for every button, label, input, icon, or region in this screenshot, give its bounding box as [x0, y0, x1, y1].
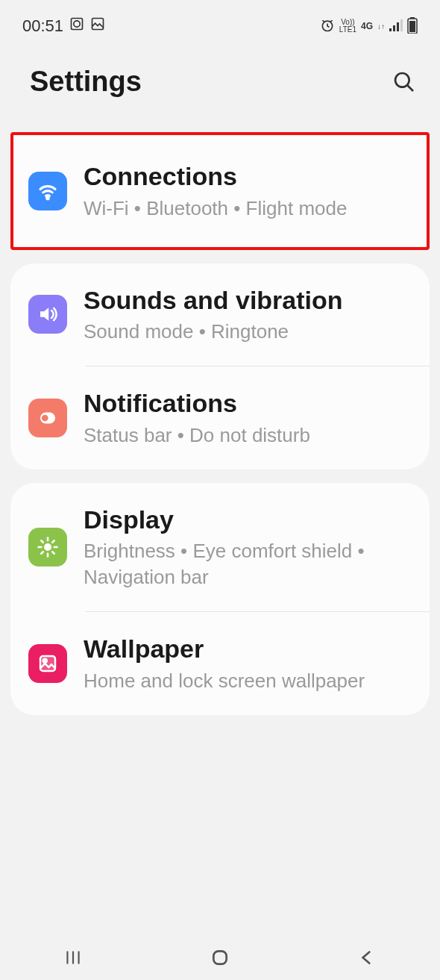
svg-line-24: [52, 540, 54, 543]
signal-icon: [389, 19, 403, 34]
svg-rect-4: [389, 28, 392, 31]
svg-rect-30: [213, 951, 226, 964]
network-type: 4G: [361, 21, 373, 31]
svg-point-26: [43, 659, 47, 663]
item-title: Sounds and vibration: [84, 284, 412, 316]
navigation-bar: [0, 935, 440, 980]
svg-rect-6: [397, 22, 399, 31]
battery-icon: [407, 17, 418, 36]
settings-item-display[interactable]: Display Brightness • Eye comfort shield …: [10, 483, 430, 612]
settings-item-notifications[interactable]: Notifications Status bar • Do not distur…: [10, 366, 430, 469]
svg-point-16: [44, 543, 51, 551]
item-subtitle: Home and lock screen wallpaper: [84, 668, 412, 694]
back-button[interactable]: [352, 943, 382, 973]
settings-group-connections: Connections Wi-Fi • Bluetooth • Flight m…: [10, 132, 430, 250]
svg-rect-10: [409, 21, 415, 32]
item-title: Notifications: [84, 387, 412, 419]
svg-point-15: [42, 415, 48, 422]
svg-point-11: [395, 73, 409, 87]
settings-list: Connections Wi-Fi • Bluetooth • Flight m…: [0, 132, 440, 773]
status-time: 00:51: [22, 16, 63, 36]
svg-rect-7: [400, 19, 403, 31]
item-text: Wallpaper Home and lock screen wallpaper: [84, 633, 412, 694]
volume-icon: [28, 295, 67, 334]
settings-group-display-wall: Display Brightness • Eye comfort shield …: [10, 483, 430, 715]
svg-line-12: [407, 85, 413, 91]
header: Settings: [0, 43, 440, 120]
search-button[interactable]: [391, 69, 418, 96]
svg-rect-5: [393, 25, 395, 31]
svg-line-21: [41, 540, 43, 543]
item-subtitle: Wi-Fi • Bluetooth • Flight mode: [84, 196, 412, 222]
item-title: Wallpaper: [84, 633, 412, 665]
brightness-icon: [28, 528, 67, 567]
item-text: Sounds and vibration Sound mode • Ringto…: [84, 284, 412, 346]
item-subtitle: Status bar • Do not disturb: [84, 422, 412, 449]
clock-app-icon: [69, 16, 84, 36]
settings-item-sounds[interactable]: Sounds and vibration Sound mode • Ringto…: [10, 263, 430, 366]
svg-line-23: [41, 552, 43, 554]
item-subtitle: Brightness • Eye comfort shield • Naviga…: [84, 538, 412, 590]
recents-button[interactable]: [58, 943, 88, 973]
home-button[interactable]: [205, 943, 235, 973]
svg-point-1: [74, 21, 80, 27]
status-right: Vo))LTE1 4G ↓↑: [320, 17, 418, 36]
item-text: Display Brightness • Eye comfort shield …: [84, 504, 412, 591]
gallery-app-icon: [90, 16, 105, 36]
wallpaper-icon: [28, 644, 67, 683]
wifi-icon: [28, 172, 67, 210]
item-title: Display: [84, 504, 412, 536]
data-arrows-icon: ↓↑: [377, 22, 385, 31]
svg-rect-25: [40, 656, 55, 671]
item-title: Connections: [84, 160, 412, 193]
svg-point-13: [47, 197, 49, 199]
alarm-icon: [320, 18, 335, 35]
svg-rect-0: [72, 19, 83, 30]
svg-line-22: [52, 552, 54, 554]
item-text: Connections Wi-Fi • Bluetooth • Flight m…: [84, 160, 412, 222]
page-title: Settings: [30, 66, 142, 98]
notification-icon: [28, 399, 67, 437]
status-bar: 00:51 Vo))LTE1 4G ↓↑: [0, 0, 440, 43]
item-text: Notifications Status bar • Do not distur…: [84, 387, 412, 449]
item-subtitle: Sound mode • Ringtone: [84, 319, 412, 345]
status-left: 00:51: [22, 16, 105, 36]
settings-item-wallpaper[interactable]: Wallpaper Home and lock screen wallpaper: [10, 612, 430, 715]
settings-item-connections[interactable]: Connections Wi-Fi • Bluetooth • Flight m…: [13, 155, 427, 228]
volte-indicator: Vo))LTE1: [339, 19, 356, 34]
settings-group-sound-notif: Sounds and vibration Sound mode • Ringto…: [10, 263, 430, 469]
